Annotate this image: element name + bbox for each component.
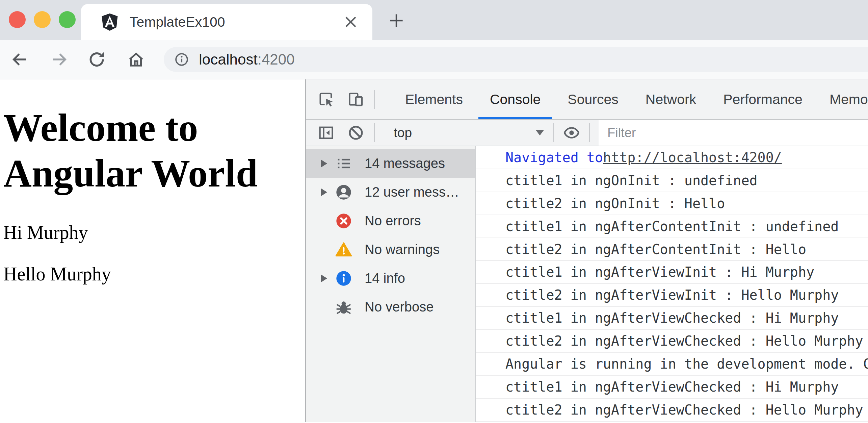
console-message: Angular is running in the development mo… <box>476 353 868 376</box>
create-live-expression-icon[interactable] <box>563 124 580 142</box>
url-port: :4200 <box>258 51 295 68</box>
window-zoom-button[interactable] <box>59 11 76 28</box>
disclosure-triangle-icon[interactable] <box>321 188 328 196</box>
device-toolbar-icon[interactable] <box>347 91 365 108</box>
console-message: ctitle2 in ngAfterContentInit : Hello <box>476 238 868 261</box>
url-host: localhost <box>199 51 258 68</box>
forward-icon[interactable] <box>50 50 69 69</box>
page-heading: Welcome to Angular World <box>3 105 298 196</box>
filter-input[interactable] <box>599 120 868 146</box>
content-area: Welcome to Angular World Hi Murphy Hello… <box>0 79 868 422</box>
console-message: ctitle1 in ngAfterViewChecked : Hi Murph… <box>476 307 868 330</box>
page-paragraph-2: Hello Murphy <box>3 263 298 285</box>
console-message: ctitle2 in ngAfterViewInit : Hello Murph… <box>476 284 868 307</box>
console-messages: Navigated to http://localhost:4200/ ctit… <box>476 146 868 422</box>
new-tab-button[interactable] <box>387 11 406 30</box>
console-sidebar: 14 messages 12 use <box>306 146 476 422</box>
angular-favicon-icon <box>100 12 120 32</box>
sidebar-item-label: 14 info <box>365 271 405 286</box>
sidebar-item-info[interactable]: 14 info <box>306 264 475 293</box>
back-icon[interactable] <box>10 50 29 69</box>
tab-sources[interactable]: Sources <box>554 79 632 119</box>
home-icon[interactable] <box>127 50 146 69</box>
tab-elements[interactable]: Elements <box>392 79 476 119</box>
javascript-context-dropdown[interactable]: top <box>394 125 544 140</box>
reload-icon[interactable] <box>87 50 106 69</box>
error-icon <box>335 212 352 230</box>
devtools-panel: Elements Console Sources Network Perform… <box>305 79 868 422</box>
sidebar-item-all-messages[interactable]: 14 messages <box>306 149 475 178</box>
browser-tab[interactable]: TemplateEx100 <box>81 4 372 40</box>
inspect-element-icon[interactable] <box>317 91 335 108</box>
console-message: ctitle2 in ngAfterViewChecked : Hello Mu… <box>476 399 868 422</box>
browser-toolbar: localhost:4200 <box>0 40 868 79</box>
console-message-navigation: Navigated to http://localhost:4200/ <box>476 146 868 169</box>
window-close-button[interactable] <box>9 11 26 28</box>
tab-network[interactable]: Network <box>632 79 710 119</box>
console-message: ctitle1 in ngAfterViewInit : Hi Murphy <box>476 261 868 284</box>
tab-performance[interactable]: Performance <box>710 79 816 119</box>
devtools-tabs: Elements Console Sources Network Perform… <box>392 79 868 119</box>
disclosure-spacer <box>321 217 328 225</box>
disclosure-spacer <box>321 246 328 254</box>
console-message: ctitle1 in ngOnInit : undefined <box>476 169 868 192</box>
rendered-page: Welcome to Angular World Hi Murphy Hello… <box>0 79 305 422</box>
console-toolbar: top <box>306 120 868 146</box>
sidebar-item-errors[interactable]: No errors <box>306 206 475 235</box>
window-minimize-button[interactable] <box>34 11 51 28</box>
console-body: 14 messages 12 use <box>306 146 868 422</box>
console-message: ctitle1 in ngAfterViewChecked : Hi Murph… <box>476 376 868 399</box>
console-message: ctitle1 in ngAfterContentInit : undefine… <box>476 215 868 238</box>
context-label: top <box>394 125 412 140</box>
console-message: ctitle2 in ngOnInit : Hello <box>476 192 868 215</box>
tab-console[interactable]: Console <box>476 79 554 119</box>
sidebar-item-user-messages[interactable]: 12 user mess… <box>306 178 475 206</box>
navigated-prefix: Navigated to <box>505 150 603 165</box>
sidebar-item-verbose[interactable]: No verbose <box>306 293 475 321</box>
tab-memory[interactable]: Memory <box>816 79 868 119</box>
disclosure-spacer <box>321 303 328 311</box>
sidebar-item-warnings[interactable]: No warnings <box>306 235 475 264</box>
browser-tab-strip: TemplateEx100 <box>0 0 868 40</box>
disclosure-triangle-icon[interactable] <box>321 159 328 168</box>
console-sidebar-toggle-icon[interactable] <box>317 124 335 142</box>
site-info-icon[interactable] <box>174 52 189 67</box>
console-link[interactable]: http://localhost:4200/ <box>603 150 782 165</box>
sidebar-item-label: No verbose <box>365 299 434 315</box>
verbose-bug-icon <box>335 298 352 316</box>
message-list-icon <box>335 155 352 172</box>
info-icon <box>335 270 352 287</box>
devtools-tab-bar: Elements Console Sources Network Perform… <box>306 79 868 120</box>
url-text: localhost:4200 <box>199 51 295 68</box>
console-message: ctitle2 in ngAfterViewChecked : Hello Mu… <box>476 330 868 353</box>
warning-icon <box>335 241 352 258</box>
disclosure-triangle-icon[interactable] <box>321 274 328 282</box>
chevron-down-icon <box>536 130 544 135</box>
user-messages-icon <box>335 183 352 201</box>
sidebar-item-label: 12 user mess… <box>365 184 459 200</box>
sidebar-item-label: No errors <box>365 213 421 228</box>
tab-title: TemplateEx100 <box>130 14 341 30</box>
page-paragraph-1: Hi Murphy <box>3 221 298 244</box>
tab-close-icon[interactable] <box>341 13 360 31</box>
clear-console-icon[interactable] <box>347 124 365 142</box>
address-bar[interactable]: localhost:4200 <box>164 47 868 72</box>
sidebar-item-label: No warnings <box>365 242 440 257</box>
sidebar-item-label: 14 messages <box>365 156 445 171</box>
